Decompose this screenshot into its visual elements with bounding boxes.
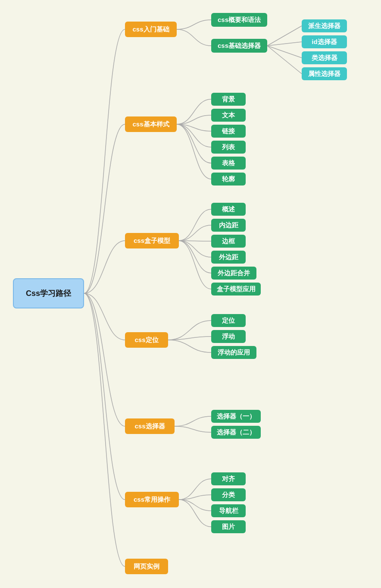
node-b5c1[interactable]: 选择器（一） [211,410,261,423]
node-b2c4[interactable]: 列表 [211,141,246,154]
node-b6c4[interactable]: 图片 [211,520,246,533]
node-b2c2[interactable]: 文本 [211,109,246,122]
svg-line-3 [267,46,302,74]
node-b2c5[interactable]: 表格 [211,157,246,170]
node-b1c2d[interactable]: 属性选择器 [302,67,347,80]
node-b6c2[interactable]: 分类 [211,488,246,501]
node-b5c2[interactable]: 选择器（二） [211,426,261,439]
branch-b2[interactable]: css基本样式 [125,116,177,132]
root-node[interactable]: Css学习路径 [13,278,84,308]
branch-b7[interactable]: 网页实例 [125,559,168,574]
branch-b1[interactable]: css入门基础 [125,22,177,37]
node-b3c1[interactable]: 概述 [211,203,246,216]
node-b1c2[interactable]: css基础选择器 [211,39,267,53]
node-b1c2a[interactable]: 派生选择器 [302,19,347,32]
node-b1c1[interactable]: css概要和语法 [211,13,267,27]
node-b3c3[interactable]: 边框 [211,235,246,248]
node-b4c3[interactable]: 浮动的应用 [211,346,256,359]
node-b3c6[interactable]: 盒子模型应用 [211,283,261,296]
node-b2c1[interactable]: 背景 [211,93,246,106]
mindmap-container: Css学习路径css入门基础css概要和语法css基础选择器派生选择器id选择器… [0,0,381,588]
node-b4c1[interactable]: 定位 [211,314,246,327]
node-b1c2c[interactable]: 类选择器 [302,51,347,64]
branch-b5[interactable]: css选择器 [125,418,175,434]
branch-b6[interactable]: css常用操作 [125,492,179,507]
node-b4c2[interactable]: 浮动 [211,330,246,343]
node-b2c3[interactable]: 链接 [211,125,246,138]
svg-line-2 [267,46,302,58]
node-b3c5[interactable]: 外边距合并 [211,267,256,280]
node-b6c1[interactable]: 对齐 [211,472,246,485]
node-b3c4[interactable]: 外边距 [211,251,246,264]
branch-b4[interactable]: css定位 [125,332,168,348]
svg-line-0 [267,26,302,46]
node-b3c2[interactable]: 内边距 [211,219,246,232]
branch-b3[interactable]: css盒子模型 [125,233,179,248]
node-b1c2b[interactable]: id选择器 [302,35,347,48]
node-b2c6[interactable]: 轮廓 [211,173,246,186]
node-b6c3[interactable]: 导航栏 [211,504,246,517]
svg-line-1 [267,42,302,46]
